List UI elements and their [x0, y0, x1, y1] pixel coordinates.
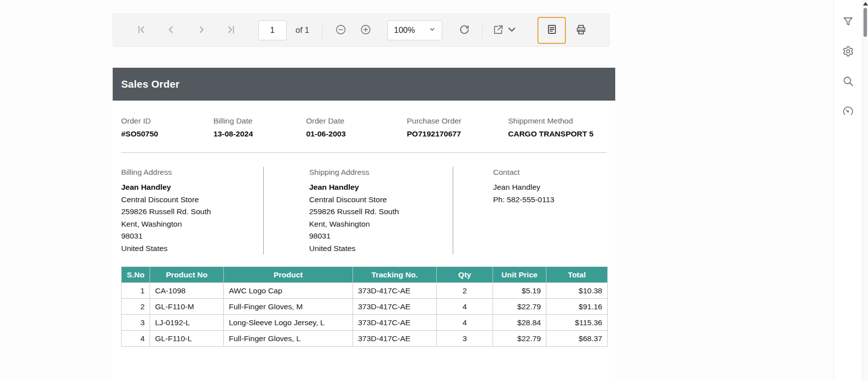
- performance-gauge-icon: [842, 105, 854, 119]
- address-label: Shipping Address: [309, 168, 453, 177]
- print-button[interactable]: [571, 20, 591, 40]
- cell-qty: 3: [437, 331, 493, 347]
- order-summary: Order ID #SO50750 Billing Date 13-08-202…: [113, 117, 615, 138]
- address-line: United States: [121, 243, 263, 255]
- address-line: United States: [309, 243, 453, 255]
- report-header-band: Sales Order: [113, 68, 615, 101]
- table-row: 1 CA-1098 AWC Logo Cap 373D-417C-AE 2 $5…: [122, 283, 608, 299]
- chevron-left-icon: [166, 24, 177, 37]
- page-title: Sales Order: [121, 78, 179, 90]
- line-items-table: S.No Product No Product Tracking No. Qty…: [121, 266, 608, 347]
- field-label: Billing Date: [213, 117, 306, 126]
- address-line: Kent, Washington: [309, 218, 453, 231]
- filter-button[interactable]: [841, 15, 855, 29]
- cell-unit-price: $28.84: [493, 315, 546, 331]
- toolbar-separator: [322, 22, 323, 38]
- cell-unit-price: $22.79: [493, 299, 546, 315]
- toolbar-separator: [482, 22, 483, 38]
- billing-address: Billing Address Jean Handley Central Dis…: [121, 167, 263, 254]
- contact-label: Contact: [493, 168, 607, 177]
- cell-sno: 4: [122, 331, 150, 347]
- field-label: Order ID: [121, 117, 213, 126]
- billing-date-field: Billing Date 13-08-2024: [213, 117, 306, 138]
- chevron-right-icon: [195, 24, 207, 37]
- first-page-icon: [136, 24, 147, 37]
- addresses-section: Billing Address Jean Handley Central Dis…: [113, 167, 615, 254]
- field-label: Shippment Method: [508, 117, 607, 126]
- refresh-icon: [459, 24, 470, 37]
- order-id-field: Order ID #SO50750: [121, 117, 213, 138]
- performance-button[interactable]: [841, 105, 855, 119]
- chevron-down-icon: [506, 24, 518, 37]
- export-button[interactable]: [491, 20, 520, 40]
- field-value: 13-08-2024: [213, 129, 306, 138]
- zoom-in-icon: [360, 24, 371, 37]
- field-value: PO7192170677: [407, 129, 508, 138]
- cell-total: $10.38: [546, 283, 608, 299]
- chevron-down-icon: [429, 26, 436, 35]
- cell-unit-price: $5.19: [493, 283, 546, 299]
- previous-page-button[interactable]: [162, 20, 181, 40]
- right-icon-rail: [834, 0, 862, 381]
- cell-total: $68.37: [546, 331, 608, 347]
- cell-tracking-no: 373D-417C-AE: [353, 315, 437, 331]
- zoom-in-button[interactable]: [355, 20, 375, 40]
- page-view-button[interactable]: [537, 17, 566, 44]
- first-page-button[interactable]: [132, 20, 152, 40]
- cell-tracking-no: 373D-417C-AE: [353, 331, 437, 347]
- address-line: 98031: [309, 230, 453, 243]
- column-header: Unit Price: [493, 267, 546, 283]
- cell-product: Full-Finger Gloves, L: [224, 331, 353, 347]
- cell-unit-price: $22.79: [493, 331, 546, 347]
- search-button[interactable]: [841, 75, 855, 89]
- zoom-select[interactable]: 100%: [387, 20, 442, 40]
- contact-line: Ph: 582-555-0113: [493, 194, 607, 206]
- order-date-field: Order Date 01-06-2003: [306, 117, 407, 138]
- table-row: 4 GL-F110-L Full-Finger Gloves, L 373D-4…: [122, 331, 608, 347]
- field-label: Purchase Order: [407, 117, 508, 126]
- cell-sno: 2: [122, 299, 150, 315]
- page-number-input[interactable]: [258, 20, 287, 40]
- address-line: Central Discount Store: [121, 194, 263, 206]
- field-label: Order Date: [306, 117, 407, 126]
- last-page-icon: [225, 24, 237, 37]
- zoom-out-icon: [335, 24, 347, 37]
- shipping-address: Shipping Address Jean Handley Central Di…: [263, 167, 453, 254]
- address-line: 98031: [121, 230, 263, 243]
- last-page-button[interactable]: [221, 20, 241, 40]
- column-header: Qty: [437, 267, 493, 283]
- column-header: S.No: [122, 267, 150, 283]
- print-icon: [575, 24, 587, 37]
- cell-total: $115.36: [546, 315, 608, 331]
- page-nav-group: [132, 20, 241, 40]
- vertical-scrollbar[interactable]: [862, 0, 868, 381]
- cell-sno: 1: [122, 283, 150, 299]
- search-icon: [842, 75, 854, 89]
- column-header: Tracking No.: [353, 267, 437, 283]
- zoom-out-button[interactable]: [331, 20, 350, 40]
- field-value: #SO50750: [121, 129, 213, 138]
- cell-sno: 3: [122, 315, 150, 331]
- horizontal-divider: [121, 152, 607, 153]
- scroll-up-icon[interactable]: [863, 2, 868, 5]
- page-count-label: of 1: [296, 25, 310, 35]
- field-value: CARGO TRANSPORT 5: [508, 129, 607, 138]
- address-line: Central Discount Store: [309, 194, 453, 206]
- contact-line: Jean Handley: [493, 181, 607, 194]
- export-icon: [493, 24, 504, 37]
- filter-icon: [842, 15, 854, 29]
- report-viewer: of 1 100%: [0, 0, 868, 381]
- address-name: Jean Handley: [309, 181, 453, 194]
- table-header-row: S.No Product No Product Tracking No. Qty…: [122, 267, 608, 283]
- refresh-button[interactable]: [454, 20, 474, 40]
- address-line: 259826 Russell Rd. South: [121, 206, 263, 218]
- cell-qty: 2: [437, 283, 493, 299]
- next-page-button[interactable]: [191, 20, 211, 40]
- scrollbar-thumb[interactable]: [864, 8, 867, 37]
- cell-product-no: GL-F110-M: [150, 299, 224, 315]
- address-label: Billing Address: [121, 168, 263, 177]
- cell-product: Long-Sleeve Logo Jersey, L: [224, 315, 353, 331]
- settings-button[interactable]: [841, 45, 855, 59]
- cell-product: Full-Finger Gloves, M: [224, 299, 353, 315]
- column-header: Product No: [150, 267, 224, 283]
